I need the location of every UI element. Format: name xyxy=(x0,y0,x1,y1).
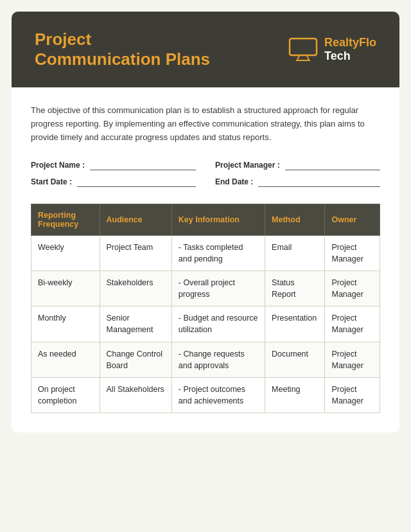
cell-owner: Project Manager xyxy=(325,306,380,342)
cell-owner: Project Manager xyxy=(325,377,380,412)
cell-key-info: - Overall project progress xyxy=(171,271,265,306)
start-date-label: Start Date : xyxy=(31,177,72,186)
col-header-key-info: Key Information xyxy=(171,204,265,235)
project-manager-input[interactable] xyxy=(285,160,380,170)
cell-frequency: On project completion xyxy=(31,377,100,412)
project-manager-field: Project Manager : xyxy=(215,160,380,170)
description-text: The objective of this communication plan… xyxy=(31,104,380,144)
cell-method: Presentation xyxy=(265,306,325,342)
table-header-row: Reporting Frequency Audience Key Informa… xyxy=(31,204,380,235)
col-header-audience: Audience xyxy=(100,204,171,235)
form-fields: Project Name : Project Manager : Start D… xyxy=(31,160,380,187)
col-header-method: Method xyxy=(265,204,325,235)
svg-rect-0 xyxy=(290,39,317,55)
table-row: As neededChange Control Board- Change re… xyxy=(31,342,380,377)
table-row: Bi-weeklyStakeholders- Overall project p… xyxy=(31,271,380,306)
project-manager-label: Project Manager : xyxy=(215,161,280,170)
cell-frequency: As needed xyxy=(31,342,100,377)
cell-audience: All Stakeholders xyxy=(100,377,171,412)
col-header-owner: Owner xyxy=(325,204,380,235)
table-row: On project completionAll Stakeholders- P… xyxy=(31,377,380,412)
table-row: WeeklyProject Team- Tasks completed and … xyxy=(31,235,380,270)
project-name-label: Project Name : xyxy=(31,161,85,170)
cell-audience: Stakeholders xyxy=(100,271,171,306)
start-date-field: Start Date : xyxy=(31,177,196,187)
communication-table: Reporting Frequency Audience Key Informa… xyxy=(31,204,380,413)
cell-method: Document xyxy=(265,342,325,377)
cell-owner: Project Manager xyxy=(325,342,380,377)
cell-method: Meeting xyxy=(265,377,325,412)
end-date-field: End Date : xyxy=(215,177,380,187)
form-row-2: Start Date : End Date : xyxy=(31,177,380,187)
logo-text: RealtyFlo Tech xyxy=(324,36,376,64)
project-name-field: Project Name : xyxy=(31,160,196,170)
monitor-icon xyxy=(288,37,318,62)
cell-key-info: - Tasks completed and pending xyxy=(171,235,265,270)
cell-frequency: Weekly xyxy=(31,235,100,270)
form-row-1: Project Name : Project Manager : xyxy=(31,160,380,170)
logo-area: RealtyFlo Tech xyxy=(288,36,376,64)
cell-audience: Project Team xyxy=(100,235,171,270)
cell-key-info: - Project outcomes and achievements xyxy=(171,377,265,412)
page-title: Project Communication Plans xyxy=(35,30,210,69)
end-date-input[interactable] xyxy=(258,177,380,187)
cell-method: Status Report xyxy=(265,271,325,306)
project-name-input[interactable] xyxy=(90,160,196,170)
header-section: Project Communication Plans RealtyFlo Te… xyxy=(12,12,399,87)
cell-key-info: - Budget and resource utilization xyxy=(171,306,265,342)
cell-owner: Project Manager xyxy=(325,271,380,306)
cell-owner: Project Manager xyxy=(325,235,380,270)
cell-frequency: Bi-weekly xyxy=(31,271,100,306)
content-area: The objective of this communication plan… xyxy=(12,87,399,432)
start-date-input[interactable] xyxy=(77,177,196,187)
cell-method: Email xyxy=(265,235,325,270)
cell-audience: Change Control Board xyxy=(100,342,171,377)
col-header-frequency: Reporting Frequency xyxy=(31,204,100,235)
cell-audience: Senior Management xyxy=(100,306,171,342)
cell-key-info: - Change requests and approvals xyxy=(171,342,265,377)
table-row: MonthlySenior Management- Budget and res… xyxy=(31,306,380,342)
end-date-label: End Date : xyxy=(215,177,253,186)
cell-frequency: Monthly xyxy=(31,306,100,342)
